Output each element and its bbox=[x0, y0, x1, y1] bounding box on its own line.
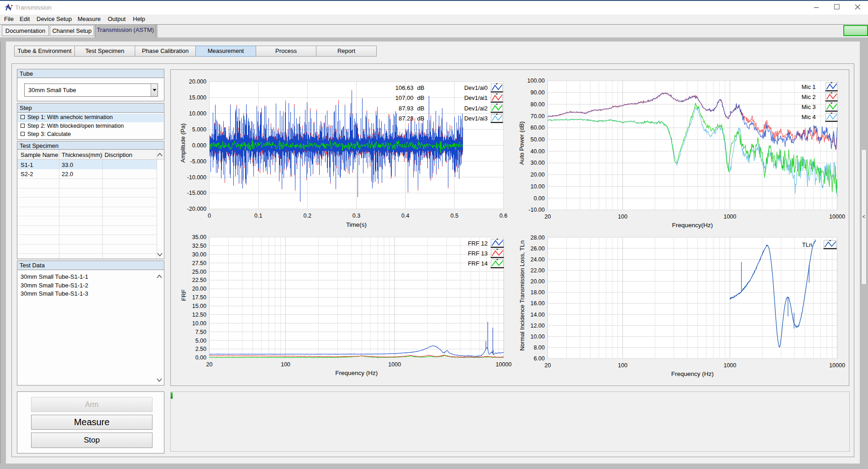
svg-text:Frequency (Hz): Frequency (Hz) bbox=[335, 370, 378, 376]
svg-text:FRF: FRF bbox=[180, 289, 187, 301]
svg-text:-5.000: -5.000 bbox=[190, 158, 206, 165]
svg-text:70.00: 70.00 bbox=[530, 113, 544, 120]
svg-text:0.00: 0.00 bbox=[533, 195, 544, 202]
svg-text:1000: 1000 bbox=[388, 361, 401, 368]
svg-text:24.00: 24.00 bbox=[530, 256, 544, 263]
svg-text:dB: dB bbox=[417, 115, 424, 122]
svg-text:30.00: 30.00 bbox=[192, 251, 206, 258]
svg-text:0.000: 0.000 bbox=[192, 142, 206, 149]
svg-text:35.00: 35.00 bbox=[192, 234, 206, 240]
svg-text:100: 100 bbox=[618, 362, 627, 369]
svg-text:40.00: 40.00 bbox=[530, 148, 544, 155]
svg-text:20: 20 bbox=[206, 361, 212, 368]
svg-text:dB: dB bbox=[417, 105, 424, 112]
svg-text:100: 100 bbox=[280, 361, 290, 368]
svg-text:Dev1/ai2: Dev1/ai2 bbox=[464, 105, 487, 112]
svg-text:50.00: 50.00 bbox=[530, 136, 544, 143]
svg-text:10000: 10000 bbox=[829, 214, 845, 220]
svg-text:1000: 1000 bbox=[723, 362, 736, 369]
svg-text:-20.000: -20.000 bbox=[187, 206, 206, 212]
svg-text:25.00: 25.00 bbox=[192, 269, 206, 275]
svg-text:15.00: 15.00 bbox=[192, 303, 206, 309]
svg-text:Frequency(Hz): Frequency(Hz) bbox=[672, 222, 712, 229]
svg-text:28.00: 28.00 bbox=[530, 234, 544, 241]
svg-text:0.00: 0.00 bbox=[195, 354, 206, 361]
svg-text:Time(s): Time(s) bbox=[346, 221, 366, 228]
svg-text:dB: dB bbox=[417, 84, 424, 91]
svg-text:5.00: 5.00 bbox=[195, 338, 206, 344]
svg-text:15.000: 15.000 bbox=[189, 94, 206, 101]
svg-text:12.50: 12.50 bbox=[192, 312, 206, 318]
svg-text:20.000: 20.000 bbox=[189, 78, 206, 85]
svg-text:Frequency (Hz): Frequency (Hz) bbox=[671, 370, 713, 377]
svg-text:18.00: 18.00 bbox=[530, 289, 544, 296]
svg-text:10.00: 10.00 bbox=[530, 183, 544, 190]
svg-text:10000: 10000 bbox=[829, 362, 845, 369]
svg-text:-10.00: -10.00 bbox=[528, 207, 544, 213]
svg-text:Mic 1: Mic 1 bbox=[801, 83, 815, 90]
svg-text:20: 20 bbox=[544, 214, 551, 220]
svg-text:32.50: 32.50 bbox=[192, 243, 206, 249]
svg-text:30.00: 30.00 bbox=[530, 160, 544, 166]
svg-text:106.63: 106.63 bbox=[395, 84, 413, 91]
svg-text:20.00: 20.00 bbox=[530, 172, 544, 178]
svg-text:26.00: 26.00 bbox=[530, 245, 544, 252]
svg-text:FRF 12: FRF 12 bbox=[468, 240, 487, 247]
svg-text:100.00: 100.00 bbox=[527, 78, 544, 84]
svg-text:Mic 4: Mic 4 bbox=[801, 114, 815, 120]
svg-text:Mic 2: Mic 2 bbox=[801, 94, 815, 100]
svg-text:27.50: 27.50 bbox=[192, 260, 206, 266]
svg-text:10.00: 10.00 bbox=[192, 320, 206, 327]
svg-text:2.50: 2.50 bbox=[195, 346, 206, 352]
svg-text:10000: 10000 bbox=[495, 361, 511, 368]
svg-text:Dev1/ai0: Dev1/ai0 bbox=[464, 84, 487, 91]
svg-text:FRF 14: FRF 14 bbox=[468, 260, 487, 267]
svg-text:Dev1/ai1: Dev1/ai1 bbox=[464, 94, 487, 101]
svg-text:20.00: 20.00 bbox=[192, 286, 206, 292]
svg-text:14.00: 14.00 bbox=[530, 312, 544, 318]
svg-text:80.00: 80.00 bbox=[530, 101, 544, 108]
svg-text:0.1: 0.1 bbox=[254, 213, 262, 219]
svg-text:-15.000: -15.000 bbox=[187, 190, 206, 196]
svg-text:5.000: 5.000 bbox=[192, 126, 206, 133]
svg-text:22.50: 22.50 bbox=[192, 277, 206, 283]
svg-text:Amplitude (Pa): Amplitude (Pa) bbox=[179, 124, 186, 163]
svg-text:16.00: 16.00 bbox=[530, 300, 544, 307]
svg-text:Normal Incidence Transmission: Normal Incidence Transmission Loss, TLn bbox=[519, 240, 526, 351]
svg-text:20.00: 20.00 bbox=[530, 278, 544, 285]
svg-text:20: 20 bbox=[544, 362, 551, 369]
svg-text:0.5: 0.5 bbox=[450, 213, 458, 219]
svg-text:0.4: 0.4 bbox=[401, 213, 409, 219]
svg-text:87.23: 87.23 bbox=[398, 115, 413, 122]
svg-text:60.00: 60.00 bbox=[530, 125, 544, 131]
svg-text:90.00: 90.00 bbox=[530, 89, 544, 96]
svg-text:TLn: TLn bbox=[802, 241, 812, 248]
svg-text:0.2: 0.2 bbox=[303, 213, 311, 219]
svg-text:10.000: 10.000 bbox=[189, 110, 206, 117]
svg-text:100: 100 bbox=[618, 214, 627, 220]
svg-text:107.00: 107.00 bbox=[395, 94, 413, 101]
svg-text:Dev1/ai3: Dev1/ai3 bbox=[464, 115, 487, 122]
svg-text:0.3: 0.3 bbox=[352, 213, 360, 219]
svg-text:Mic 3: Mic 3 bbox=[801, 104, 815, 110]
svg-text:1000: 1000 bbox=[723, 214, 736, 220]
svg-text:87.93: 87.93 bbox=[398, 105, 413, 112]
svg-text:6.00: 6.00 bbox=[533, 355, 544, 362]
svg-text:8.00: 8.00 bbox=[533, 344, 544, 351]
svg-text:0: 0 bbox=[208, 213, 211, 219]
svg-text:0.6: 0.6 bbox=[499, 213, 507, 219]
svg-text:-10.000: -10.000 bbox=[187, 174, 206, 181]
svg-text:7.50: 7.50 bbox=[195, 329, 206, 335]
svg-text:dB: dB bbox=[417, 94, 424, 101]
svg-text:17.50: 17.50 bbox=[192, 294, 206, 301]
svg-text:10.00: 10.00 bbox=[530, 334, 544, 340]
svg-text:FRF 13: FRF 13 bbox=[468, 250, 487, 257]
svg-text:22.00: 22.00 bbox=[530, 267, 544, 274]
svg-text:Auto Power (dB): Auto Power (dB) bbox=[518, 121, 525, 165]
svg-text:12.00: 12.00 bbox=[530, 323, 544, 329]
